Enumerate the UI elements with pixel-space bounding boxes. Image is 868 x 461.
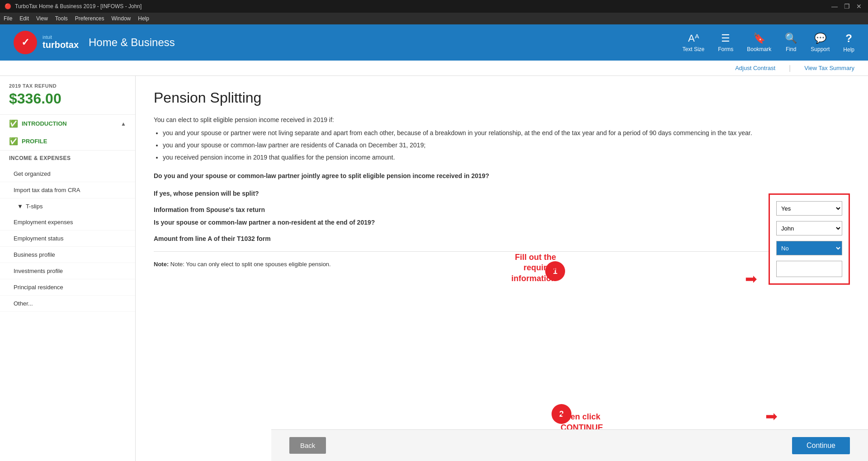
sidebar-item-import-tax-data[interactable]: Import tax data from CRA	[0, 182, 135, 198]
form-controls-area: Yes No John Spouse No Yes	[769, 193, 850, 285]
main-content: Pension Splitting You can elect to split…	[136, 76, 868, 461]
profile-label: PROFILE	[22, 138, 47, 145]
find-tool[interactable]: 🔍 Find	[785, 33, 797, 52]
support-icon: 💬	[814, 33, 826, 44]
section-label: Information from Spouse's tax return	[154, 206, 850, 213]
page-title: Pension Splitting	[154, 89, 850, 106]
intro-text: You can elect to split eligible pension …	[154, 115, 850, 125]
help-icon: ?	[845, 32, 852, 45]
header-tools: Aᴬ Text Size ☰ Forms 🔖 Bookmark 🔍 Find 💬…	[683, 32, 854, 53]
text-size-icon: Aᴬ	[688, 33, 699, 44]
close-button[interactable]: ✕	[854, 3, 863, 10]
bullet-1: you and your spouse or partner were not …	[163, 128, 850, 138]
profile-check-icon: ✅	[9, 137, 18, 146]
text-size-tool[interactable]: Aᴬ Text Size	[683, 33, 705, 52]
refund-box: 2019 TAX REFUND $336.00	[0, 76, 135, 115]
app-name: Home & Business	[89, 36, 175, 49]
sidebar-item-business-profile[interactable]: Business profile	[0, 247, 135, 263]
continue-button[interactable]: Continue	[792, 437, 850, 454]
sidebar-item-t-slips[interactable]: ▼ T-slips	[0, 198, 135, 214]
question2: If yes, whose pension will be split?	[154, 190, 850, 197]
whose-pension-dropdown[interactable]: John Spouse	[776, 221, 842, 235]
title-bar-text: TurboTax Home & Business 2019 - [INFOWS …	[15, 3, 142, 9]
callout-text-1: Fill out therequiredinformation	[511, 252, 556, 284]
bookmark-icon: 🔖	[753, 33, 765, 44]
sidebar-item-other[interactable]: Other...	[0, 296, 135, 312]
help-tool[interactable]: ? Help	[843, 32, 854, 53]
footer-bar: Back Continue	[271, 429, 868, 461]
bookmark-label: Bookmark	[747, 46, 771, 52]
app-header: ✓ intuit turbotax Home & Business Aᴬ Tex…	[0, 24, 868, 61]
view-tax-summary-link[interactable]: View Tax Summary	[804, 65, 854, 71]
bullet-list: you and your spouse or partner were not …	[163, 128, 850, 162]
forms-icon: ☰	[721, 33, 730, 44]
minimize-button[interactable]: —	[830, 3, 840, 10]
amount-input[interactable]	[776, 261, 842, 277]
title-bar: 🔴 TurboTax Home & Business 2019 - [INFOW…	[0, 0, 868, 13]
back-button[interactable]: Back	[289, 437, 326, 454]
menu-window[interactable]: Window	[112, 15, 131, 22]
window-controls[interactable]: — ❐ ✕	[830, 3, 863, 10]
refund-amount: $336.00	[9, 90, 126, 107]
menu-view[interactable]: View	[36, 15, 48, 22]
refund-label: 2019 TAX REFUND	[9, 83, 126, 89]
forms-tool[interactable]: ☰ Forms	[718, 33, 733, 52]
collapse-icon[interactable]: ▲	[121, 121, 126, 127]
maximize-button[interactable]: ❐	[842, 3, 852, 10]
callout-arrow-1: ➡	[745, 270, 757, 287]
sidebar-item-get-organized[interactable]: Get organized	[0, 166, 135, 182]
pension-split-dropdown[interactable]: Yes No	[776, 201, 842, 216]
support-tool[interactable]: 💬 Support	[811, 33, 830, 52]
find-label: Find	[786, 46, 796, 52]
introduction-label: INTRODUCTION	[22, 120, 67, 127]
callout-arrow-2: ➡	[765, 408, 778, 425]
find-icon: 🔍	[785, 33, 797, 44]
sidebar-item-principal-residence[interactable]: Principal residence	[0, 279, 135, 296]
sidebar-item-employment-expenses[interactable]: Employment expenses	[0, 214, 135, 230]
bullet-3: you received pension income in 2019 that…	[163, 153, 850, 162]
menu-help[interactable]: Help	[138, 15, 149, 22]
bullet-2: you and your spouse or common-law partne…	[163, 141, 850, 150]
t-slips-arrow-icon: ▼	[17, 203, 23, 210]
question4: Amount from line A of their T1032 form	[154, 235, 850, 242]
note-text: Note: Note: You can only elect to split …	[154, 261, 850, 268]
introduction-check-icon: ✅	[9, 119, 18, 128]
menu-edit[interactable]: Edit	[19, 15, 29, 22]
income-expenses-section-title: INCOME & EXPENSES	[0, 150, 135, 166]
bookmark-tool[interactable]: 🔖 Bookmark	[747, 33, 771, 52]
question3: Is your spouse or common-law partner a n…	[154, 219, 538, 226]
question1: Do you and your spouse or common-law par…	[154, 171, 561, 181]
sidebar-section-introduction[interactable]: ✅ INTRODUCTION ▲	[0, 115, 135, 132]
adjust-contrast-link[interactable]: Adjust Contrast	[735, 65, 775, 71]
main-layout: 2019 TAX REFUND $336.00 ✅ INTRODUCTION ▲…	[0, 76, 868, 461]
support-label: Support	[811, 46, 830, 52]
logo-area: ✓ intuit turbotax Home & Business	[14, 31, 175, 54]
menu-bar: File Edit View Tools Preferences Window …	[0, 13, 868, 24]
menu-tools[interactable]: Tools	[55, 15, 68, 22]
sidebar: 2019 TAX REFUND $336.00 ✅ INTRODUCTION ▲…	[0, 76, 136, 461]
logo-text: intuit turbotax	[42, 35, 79, 50]
menu-file[interactable]: File	[4, 15, 12, 22]
sidebar-item-employment-status[interactable]: Employment status	[0, 230, 135, 247]
menu-preferences[interactable]: Preferences	[75, 15, 104, 22]
forms-label: Forms	[718, 46, 733, 52]
sub-header: Adjust Contrast | View Tax Summary	[0, 61, 868, 76]
help-label: Help	[843, 47, 854, 53]
text-size-label: Text Size	[683, 46, 705, 52]
divider	[154, 251, 850, 252]
form-section: Do you and your spouse or common-law par…	[154, 171, 850, 268]
non-resident-dropdown[interactable]: No Yes	[776, 241, 842, 255]
sidebar-section-profile[interactable]: ✅ PROFILE	[0, 132, 135, 150]
sidebar-item-investments-profile[interactable]: Investments profile	[0, 263, 135, 279]
app-icon: 🔴	[5, 3, 11, 9]
turbotax-logo-icon: ✓	[14, 31, 37, 54]
